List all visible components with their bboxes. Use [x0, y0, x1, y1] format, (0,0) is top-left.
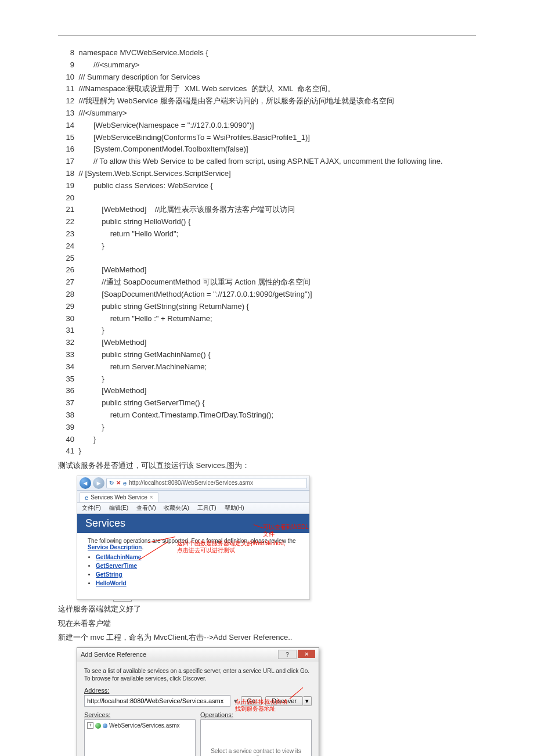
tree-item-label: WebService/Services.asmx — [109, 722, 180, 729]
ie-icon: e — [123, 480, 127, 487]
operation-link[interactable]: GetServerTime — [96, 563, 137, 569]
code-line: 19 public class Services: WebService { — [58, 180, 476, 192]
code-line: 38 return Context.Timestamp.TimeOfDay.To… — [58, 409, 476, 422]
code-line: 39 } — [58, 422, 476, 434]
operation-item: GetMachinName — [96, 554, 299, 560]
address-input[interactable] — [84, 695, 230, 707]
dialog-title: Add Service Reference — [81, 651, 146, 658]
code-line: 35 } — [58, 373, 476, 386]
code-line: 41 } — [58, 445, 476, 458]
menu-item[interactable]: 收藏夹(A) — [164, 504, 189, 512]
expand-icon[interactable]: + — [87, 722, 93, 729]
code-line: 20 — [58, 192, 476, 204]
help-icon[interactable]: ? — [278, 650, 297, 659]
tree-item[interactable]: + WebService/Services.asmx — [87, 722, 193, 729]
menu-bar: 文件(F)编辑(E)查看(V)收藏夹(A)工具(T)帮助(H) — [77, 503, 309, 514]
operation-item: GetServerTime — [96, 563, 299, 569]
browser-tab[interactable]: e Services Web Service × — [80, 492, 158, 502]
code-line: 30 return "Hello :" + ReturnName; — [58, 313, 476, 325]
code-line: 12 ///我理解为 WebService 服务器端是由客户端来访问的，所以服务… — [58, 95, 476, 107]
operations-list: GetMachinNameGetServerTimeGetStringHello… — [96, 554, 299, 586]
code-line: 16 [System.ComponentModel.ToolboxItem(fa… — [58, 143, 476, 156]
browser-screenshot: ◄ ► ↻ ✕ e http://localhost:8080/WebServi… — [77, 476, 310, 600]
intro-text: The following operations are supported. … — [88, 538, 299, 550]
code-line: 28 [SoapDocumentMethod(Action = "://127.… — [58, 289, 476, 301]
code-line: 13 ///</summary> — [58, 107, 476, 120]
operations-label: Operations: — [200, 711, 312, 718]
paragraph-4: 新建一个 mvc 工程，命名为 MvcClient,右击-->Add Serve… — [58, 632, 476, 644]
horizontal-rule — [58, 35, 476, 35]
operation-link[interactable]: GetMachinName — [96, 554, 141, 560]
paragraph-2: 这样服务器端就定义好了 — [58, 603, 476, 615]
operation-item: HelloWorld — [96, 580, 299, 586]
code-line: 14 [WebService(Namespace = "://127.0.0.1… — [58, 120, 476, 132]
go-button[interactable]: Go — [241, 696, 262, 705]
dialog-hint: To see a list of available services on a… — [84, 667, 312, 682]
code-line: 37 public string GetServerTime() { — [58, 397, 476, 409]
menu-item[interactable]: 帮助(H) — [225, 504, 244, 512]
code-line: 33 public string GetMachinName() { — [58, 349, 476, 361]
tab-title: Services Web Service — [91, 494, 147, 501]
back-icon[interactable]: ◄ — [80, 477, 91, 489]
code-line: 22 public string HelloWorld() { — [58, 216, 476, 228]
code-line: 40 } — [58, 434, 476, 446]
url-text: http://localhost:8080/WebService/Service… — [129, 480, 253, 486]
address-bar[interactable]: ↻ ✕ e http://localhost:8080/WebService/S… — [106, 478, 307, 488]
code-line: 9 ///<summary> — [58, 59, 476, 71]
code-line: 24 } — [58, 240, 476, 253]
code-line: 21 [WebMethod] //此属性表示该服务器方法客户端可以访问 — [58, 204, 476, 216]
code-line: 8 namespace MVCWebService.Models { — [58, 47, 476, 59]
operation-item: GetString — [96, 571, 299, 578]
operation-link[interactable]: HelloWorld — [96, 580, 127, 586]
reload-icon[interactable]: ↻ — [109, 480, 114, 486]
discover-dropdown[interactable]: ▾ — [303, 696, 312, 706]
code-line: 36 [WebMethod] — [58, 385, 476, 397]
menu-item[interactable]: 文件(F) — [82, 504, 101, 512]
services-header: Services — [77, 514, 309, 533]
code-line: 31 } — [58, 325, 476, 337]
code-block: 8 namespace MVCWebService.Models {9 ///<… — [58, 47, 476, 458]
code-line: 11 ///Namespace:获取或设置用于 XML Web services… — [58, 83, 476, 95]
code-line: 34 return Server.MachineName; — [58, 361, 476, 373]
services-list[interactable]: + WebService/Services.asmx — [84, 719, 196, 756]
operations-msg: Select a service contract to view its op… — [203, 748, 309, 756]
code-line: 25 — [58, 253, 476, 265]
code-line: 27 //通过 SoapDocumentMethod 可以重写 Action 属… — [58, 276, 476, 289]
forward-icon[interactable]: ► — [93, 477, 104, 489]
discover-button[interactable]: Discover — [265, 696, 303, 706]
code-line: 18 // [System.Web.Script.Services.Script… — [58, 168, 476, 180]
code-line: 10 /// Summary description for Services — [58, 71, 476, 84]
paragraph-3: 现在来看客户端 — [58, 618, 476, 630]
code-line: 17 // To allow this Web Service to be ca… — [58, 156, 476, 168]
services-label: Services: — [84, 711, 196, 718]
tab-favicon: e — [85, 494, 88, 501]
operation-link[interactable]: GetString — [96, 571, 122, 578]
operations-pane: Select a service contract to view its op… — [200, 719, 312, 756]
paragraph-1: 测试该服务器是否通过，可以直接运行该 Services,图为： — [58, 460, 476, 472]
address-label: Address: — [84, 687, 312, 694]
code-line: 29 public string GetString(string Return… — [58, 301, 476, 313]
menu-item[interactable]: 工具(T) — [197, 504, 217, 512]
menu-item[interactable]: 查看(V) — [136, 504, 156, 512]
code-line: 32 [WebMethod] — [58, 337, 476, 349]
code-line: 26 [WebMethod] — [58, 264, 476, 276]
dropdown-icon[interactable]: ▾ — [234, 697, 237, 705]
code-line: 15 [WebServiceBinding(ConformsTo = WsiPr… — [58, 132, 476, 144]
service-description-link[interactable]: Service Description — [88, 544, 142, 550]
menu-item[interactable]: 编辑(E) — [109, 504, 128, 512]
add-service-reference-dialog: Add Service Reference ? ✕ To see a list … — [77, 647, 319, 756]
code-line: 23 return "Hello World"; — [58, 228, 476, 240]
world-icon — [103, 723, 107, 728]
stop-icon[interactable]: ✕ — [116, 480, 121, 486]
close-tab-icon[interactable]: × — [150, 494, 153, 501]
globe-icon — [95, 723, 101, 729]
close-icon[interactable]: ✕ — [298, 650, 315, 658]
